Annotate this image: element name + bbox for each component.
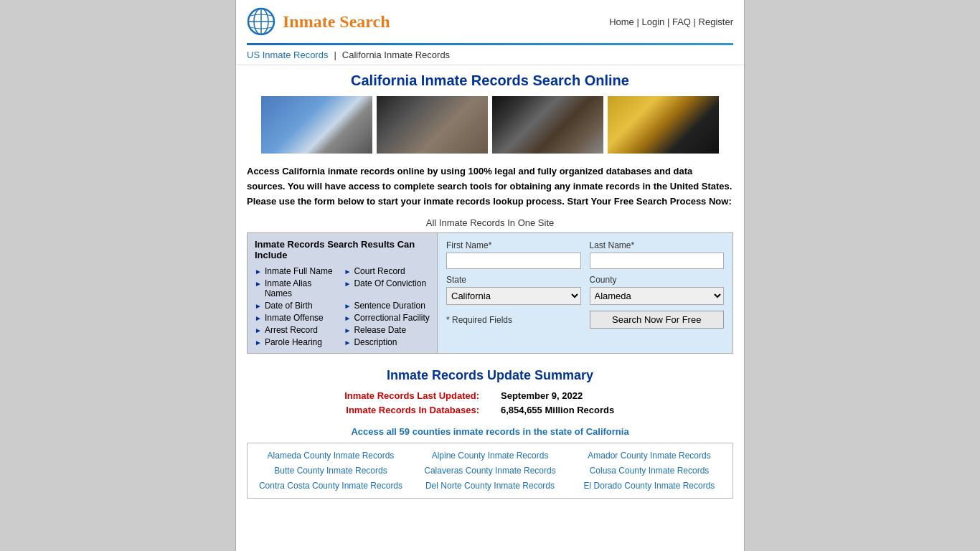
result-item: ► Date Of Conviction <box>344 278 430 298</box>
result-item: ► Description <box>344 337 430 347</box>
result-item: ► Arrest Record <box>255 325 341 335</box>
county-link[interactable]: Butte County Inmate Records <box>255 464 407 477</box>
image-justice <box>608 96 719 154</box>
county-access-title: Access all 59 counties inmate records in… <box>247 426 733 437</box>
results-grid: ► Inmate Full Name ► Court Record ► Inma… <box>255 266 430 347</box>
first-name-input[interactable] <box>446 253 581 269</box>
state-group: State California Alabama Alaska Arizona … <box>446 275 581 305</box>
description-text: Access California inmate records online … <box>247 164 733 209</box>
state-select[interactable]: California Alabama Alaska Arizona Arkans… <box>446 287 581 305</box>
result-label: Court Record <box>354 266 405 276</box>
nav-links: Home | Login | FAQ | Register <box>609 17 733 27</box>
image-arrest <box>377 96 488 154</box>
nav-sep-2: | <box>667 17 669 27</box>
required-note-group: * Required Fields <box>446 311 581 329</box>
county-link[interactable]: Colusa County Inmate Records <box>573 464 725 477</box>
result-label: Release Date <box>354 325 406 335</box>
breadcrumb-sep: | <box>334 50 336 60</box>
result-label: Inmate Alias Names <box>265 278 341 298</box>
nav-faq[interactable]: FAQ <box>672 17 691 27</box>
logo-area: Inmate Search <box>247 7 390 36</box>
page-title: California Inmate Records Search Online <box>247 72 733 89</box>
result-item: ► Court Record <box>344 266 430 276</box>
result-item: ► Date of Birth <box>255 301 341 311</box>
last-updated-label: Inmate Records Last Updated: <box>336 390 479 401</box>
result-label: Inmate Full Name <box>265 266 333 276</box>
arrow-icon: ► <box>255 302 262 310</box>
all-records-label: All Inmate Records In One Site <box>247 217 733 228</box>
result-label: Sentence Duration <box>354 301 425 311</box>
arrow-icon: ► <box>344 268 352 276</box>
results-panel-heading: Inmate Records Search Results Can Includ… <box>255 239 430 260</box>
last-name-label: Last Name* <box>590 240 725 250</box>
county-grid: Alameda County Inmate Records Alpine Cou… <box>248 443 732 498</box>
search-button[interactable]: Search Now For Free <box>590 311 725 329</box>
update-summary: Inmate Records Update Summary Inmate Rec… <box>247 368 733 415</box>
first-name-label: First Name* <box>446 240 581 250</box>
form-panel: First Name* Last Name* State California … <box>438 233 732 353</box>
arrow-icon: ► <box>344 302 352 310</box>
result-item: ► Release Date <box>344 325 430 335</box>
nav-register[interactable]: Register <box>699 17 733 27</box>
breadcrumb-us[interactable]: US Inmate Records <box>247 50 328 60</box>
submit-row: * Required Fields Search Now For Free <box>446 311 724 329</box>
submit-group: Search Now For Free <box>590 311 725 329</box>
result-label: Inmate Offense <box>265 313 324 323</box>
arrow-icon: ► <box>255 280 262 288</box>
county-link[interactable]: Calaveras County Inmate Records <box>414 464 566 477</box>
nav-home[interactable]: Home <box>609 17 634 27</box>
location-row: State California Alabama Alaska Arizona … <box>446 275 724 305</box>
name-row: First Name* Last Name* <box>446 240 724 269</box>
result-label: Correctional Facility <box>354 313 429 323</box>
result-item: ► Inmate Alias Names <box>255 278 341 298</box>
result-item: ► Sentence Duration <box>344 301 430 311</box>
arrow-icon: ► <box>255 268 262 276</box>
arrow-icon: ► <box>255 314 262 322</box>
arrow-icon: ► <box>344 314 352 322</box>
result-label: Arrest Record <box>265 325 318 335</box>
records-row: Inmate Records In Databases: 6,854,655 M… <box>247 405 733 415</box>
county-link[interactable]: Del Norte County Inmate Records <box>414 479 566 492</box>
last-updated-row: Inmate Records Last Updated: September 9… <box>247 390 733 401</box>
last-updated-value: September 9, 2022 <box>501 390 644 401</box>
arrow-icon: ► <box>344 280 352 288</box>
image-bars <box>492 96 603 154</box>
search-container: Inmate Records Search Results Can Includ… <box>247 232 733 354</box>
globe-icon <box>247 7 275 36</box>
county-link[interactable]: Alpine County Inmate Records <box>414 449 566 462</box>
result-item: ► Inmate Full Name <box>255 266 341 276</box>
site-title: Inmate Search <box>283 12 390 32</box>
county-link[interactable]: Alameda County Inmate Records <box>255 449 407 462</box>
image-handcuffs <box>261 96 372 154</box>
county-access: Access all 59 counties inmate records in… <box>247 426 733 499</box>
site-header: Inmate Search Home | Login | FAQ | Regis… <box>236 0 744 43</box>
results-panel: Inmate Records Search Results Can Includ… <box>248 233 438 353</box>
last-name-group: Last Name* <box>590 240 725 269</box>
result-label: Description <box>354 337 397 347</box>
county-group: County Alameda Alpine Amador Butte Calav… <box>590 275 725 305</box>
arrow-icon: ► <box>344 339 352 347</box>
arrow-icon: ► <box>344 326 352 334</box>
nav-sep-3: | <box>694 17 696 27</box>
images-row <box>247 96 733 154</box>
nav-sep-1: | <box>636 17 639 27</box>
county-table-wrapper: Alameda County Inmate Records Alpine Cou… <box>247 443 733 499</box>
last-name-input[interactable] <box>590 253 725 269</box>
arrow-icon: ► <box>255 339 262 347</box>
county-link[interactable]: Amador County Inmate Records <box>573 449 725 462</box>
nav-login[interactable]: Login <box>641 17 664 27</box>
required-note: * Required Fields <box>446 311 581 325</box>
result-label: Parole Hearing <box>265 337 322 347</box>
result-item: ► Parole Hearing <box>255 337 341 347</box>
state-label: State <box>446 275 581 285</box>
result-label: Date Of Conviction <box>354 278 426 288</box>
records-label: Inmate Records In Databases: <box>336 405 479 415</box>
result-label: Date of Birth <box>265 301 313 311</box>
result-item: ► Correctional Facility <box>344 313 430 323</box>
county-select[interactable]: Alameda Alpine Amador Butte Calaveras <box>590 287 725 305</box>
result-item: ► Inmate Offense <box>255 313 341 323</box>
breadcrumb-state: California Inmate Records <box>342 50 450 60</box>
county-link[interactable]: El Dorado County Inmate Records <box>573 479 725 492</box>
update-heading: Inmate Records Update Summary <box>247 368 733 383</box>
county-link[interactable]: Contra Costa County Inmate Records <box>255 479 407 492</box>
